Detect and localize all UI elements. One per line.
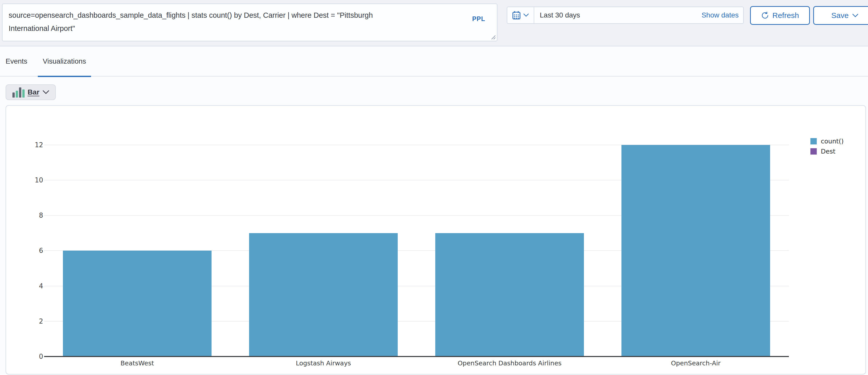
legend-label-count: count() <box>821 138 844 145</box>
quick-select-button[interactable] <box>507 7 534 23</box>
refresh-button-label: Refresh <box>772 11 799 20</box>
time-picker: Last 30 days Show dates <box>507 7 744 24</box>
chart-type-selector[interactable]: Bar <box>6 84 56 100</box>
bar-Logstash Airways[interactable] <box>249 233 398 356</box>
y-axis-tick-label: 10 <box>8 177 43 183</box>
save-button[interactable]: Save <box>813 6 868 25</box>
query-editor[interactable]: source=opensearch_dashboards_sample_data… <box>2 4 497 41</box>
x-axis-category-label: OpenSearch-Air <box>603 360 789 367</box>
time-range-label[interactable]: Last 30 days <box>540 11 580 19</box>
chart-type-label: Bar <box>28 88 39 96</box>
tab-visualizations[interactable]: Visualizations <box>38 47 91 77</box>
bar-OpenSearch-Air[interactable] <box>621 145 770 356</box>
legend-item-count[interactable]: count() <box>810 138 844 145</box>
chevron-down-icon <box>42 90 50 95</box>
y-axis-tick-label: 0 <box>8 353 43 360</box>
legend-swatch-dest <box>810 148 817 155</box>
query-header: source=opensearch_dashboards_sample_data… <box>0 0 868 46</box>
show-dates-link[interactable]: Show dates <box>702 11 739 19</box>
bar-BeatsWest[interactable] <box>63 250 212 356</box>
x-axis-category-label: BeatsWest <box>44 360 230 367</box>
calendar-icon <box>512 11 521 20</box>
plot-area: 024681012BeatsWestLogstash AirwaysOpenSe… <box>6 106 865 374</box>
chevron-down-icon <box>852 13 859 18</box>
refresh-icon <box>761 11 769 20</box>
legend-label-dest: Dest <box>821 148 835 155</box>
x-axis-category-label: OpenSearch Dashboards Airlines <box>416 360 603 367</box>
y-axis-tick-label: 6 <box>8 247 43 254</box>
legend-item-dest[interactable]: Dest <box>810 148 844 155</box>
x-axis-line <box>44 356 789 357</box>
ppl-language-badge[interactable]: PPL <box>472 15 485 23</box>
y-axis-tick-label: 8 <box>8 212 43 219</box>
tab-bar: Events Visualizations <box>0 47 868 76</box>
resize-handle-icon[interactable] <box>490 34 496 39</box>
visualization-panel: 024681012BeatsWestLogstash AirwaysOpenSe… <box>6 105 866 374</box>
save-button-label: Save <box>831 11 848 20</box>
bar-chart-icon <box>12 87 25 98</box>
query-text[interactable]: source=opensearch_dashboards_sample_data… <box>9 9 456 35</box>
refresh-button[interactable]: Refresh <box>750 6 810 25</box>
legend-swatch-count <box>810 138 817 144</box>
bar-OpenSearch Dashboards Airlines[interactable] <box>435 233 584 356</box>
y-axis-tick-label: 2 <box>8 318 43 325</box>
y-axis-tick-label: 12 <box>8 142 43 148</box>
chart-legend: count() Dest <box>810 138 844 158</box>
tab-events[interactable]: Events <box>1 47 32 77</box>
y-axis-tick-label: 4 <box>8 283 43 289</box>
x-axis-category-label: Logstash Airways <box>230 360 416 367</box>
chevron-down-icon <box>523 13 529 17</box>
